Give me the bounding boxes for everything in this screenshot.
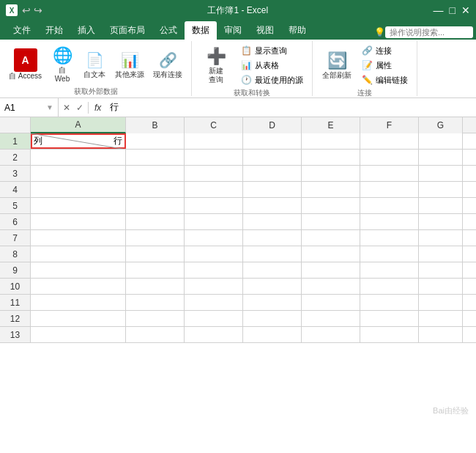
cell-c9[interactable] — [185, 262, 243, 278]
cell-a3[interactable] — [31, 166, 126, 181]
row-header-10[interactable]: 10 — [0, 279, 31, 294]
cell-e5[interactable] — [302, 198, 360, 213]
cell-b11[interactable] — [126, 295, 185, 310]
cell-g1[interactable] — [419, 133, 463, 149]
existing-connections-button[interactable]: 🔗 现有连接 — [150, 48, 185, 81]
cell-d10[interactable] — [243, 279, 302, 294]
cell-f8[interactable] — [360, 246, 419, 262]
cell-f4[interactable] — [360, 182, 419, 197]
col-header-e[interactable]: E — [302, 117, 360, 133]
cell-g7[interactable] — [419, 230, 463, 246]
cell-a11[interactable] — [31, 295, 126, 310]
cell-e11[interactable] — [302, 295, 360, 310]
tab-view[interactable]: 视图 — [249, 21, 281, 40]
cell-e8[interactable] — [302, 246, 360, 262]
recent-sources-button[interactable]: 🕐 最近使用的源 — [237, 73, 306, 86]
cell-g2[interactable] — [419, 150, 463, 165]
cell-d11[interactable] — [243, 295, 302, 310]
cell-g5[interactable] — [419, 198, 463, 213]
cell-g4[interactable] — [419, 182, 463, 197]
tab-formula[interactable]: 公式 — [152, 21, 185, 40]
other-sources-button[interactable]: 📊 其他来源 — [112, 48, 147, 81]
cell-e7[interactable] — [302, 230, 360, 246]
cell-a10[interactable] — [31, 279, 126, 294]
cell-d3[interactable] — [243, 166, 302, 181]
redo-button[interactable]: ↪ — [34, 4, 42, 16]
cell-e12[interactable] — [302, 311, 360, 326]
cell-e9[interactable] — [302, 262, 360, 278]
cell-a2[interactable] — [31, 150, 126, 165]
cell-a1[interactable]: 行 列 — [31, 133, 126, 149]
connections-button[interactable]: 🔗 连接 — [358, 44, 411, 57]
cell-d6[interactable] — [243, 214, 302, 229]
cell-f2[interactable] — [360, 150, 419, 165]
cell-b2[interactable] — [126, 150, 185, 165]
cell-c2[interactable] — [185, 150, 243, 165]
tab-file[interactable]: 文件 — [6, 21, 38, 40]
row-header-6[interactable]: 6 — [0, 214, 31, 229]
cell-c13[interactable] — [185, 327, 243, 342]
cell-c1[interactable] — [185, 133, 243, 149]
search-input[interactable] — [385, 26, 473, 38]
text-button[interactable]: 📄 自文本 — [80, 48, 109, 81]
edit-links-button[interactable]: ✏️ 编辑链接 — [358, 73, 411, 86]
cell-b5[interactable] — [126, 198, 185, 213]
cell-b1[interactable] — [126, 133, 185, 149]
cell-b8[interactable] — [126, 246, 185, 262]
cell-b7[interactable] — [126, 230, 185, 246]
properties-button[interactable]: 📝 属性 — [358, 59, 411, 72]
cell-f11[interactable] — [360, 295, 419, 310]
formula-input[interactable]: 行 — [107, 101, 476, 114]
col-header-c[interactable]: C — [185, 117, 243, 133]
cell-c11[interactable] — [185, 295, 243, 310]
cell-b6[interactable] — [126, 214, 185, 229]
cell-f10[interactable] — [360, 279, 419, 294]
cell-a5[interactable] — [31, 198, 126, 213]
cell-f1[interactable] — [360, 133, 419, 149]
cell-g11[interactable] — [419, 295, 463, 310]
cell-d1[interactable] — [243, 133, 302, 149]
cell-d8[interactable] — [243, 246, 302, 262]
row-header-7[interactable]: 7 — [0, 230, 31, 246]
cell-c3[interactable] — [185, 166, 243, 181]
cell-a7[interactable] — [31, 230, 126, 246]
cell-d4[interactable] — [243, 182, 302, 197]
row-header-4[interactable]: 4 — [0, 182, 31, 197]
cell-a8[interactable] — [31, 246, 126, 262]
cell-d12[interactable] — [243, 311, 302, 326]
access-button[interactable]: A 自 Access — [6, 47, 45, 82]
cell-b10[interactable] — [126, 279, 185, 294]
cell-g10[interactable] — [419, 279, 463, 294]
cell-name-box[interactable]: A1 ▼ — [0, 98, 59, 117]
cell-d7[interactable] — [243, 230, 302, 246]
cell-g8[interactable] — [419, 246, 463, 262]
col-header-f[interactable]: F — [360, 117, 419, 133]
cell-dropdown-icon[interactable]: ▼ — [46, 103, 53, 111]
col-header-g[interactable]: G — [419, 117, 463, 133]
undo-button[interactable]: ↩ — [22, 4, 31, 16]
row-header-13[interactable]: 13 — [0, 327, 31, 342]
refresh-all-button[interactable]: 🔄 全部刷新 — [319, 49, 355, 81]
cell-c5[interactable] — [185, 198, 243, 213]
cell-d2[interactable] — [243, 150, 302, 165]
cell-b3[interactable] — [126, 166, 185, 181]
row-header-3[interactable]: 3 — [0, 166, 31, 181]
row-header-1[interactable]: 1 — [0, 133, 31, 149]
cell-d13[interactable] — [243, 327, 302, 342]
cell-c7[interactable] — [185, 230, 243, 246]
cell-e3[interactable] — [302, 166, 360, 181]
cell-a12[interactable] — [31, 311, 126, 326]
tab-help[interactable]: 帮助 — [281, 21, 313, 40]
cell-g9[interactable] — [419, 262, 463, 278]
cell-e2[interactable] — [302, 150, 360, 165]
cell-g12[interactable] — [419, 311, 463, 326]
cell-b4[interactable] — [126, 182, 185, 197]
cell-e10[interactable] — [302, 279, 360, 294]
cell-f9[interactable] — [360, 262, 419, 278]
cell-c4[interactable] — [185, 182, 243, 197]
cell-f6[interactable] — [360, 214, 419, 229]
tab-data[interactable]: 数据 — [185, 21, 217, 40]
cell-g13[interactable] — [419, 327, 463, 342]
cell-e1[interactable] — [302, 133, 360, 149]
maximize-button[interactable]: □ — [450, 4, 455, 16]
